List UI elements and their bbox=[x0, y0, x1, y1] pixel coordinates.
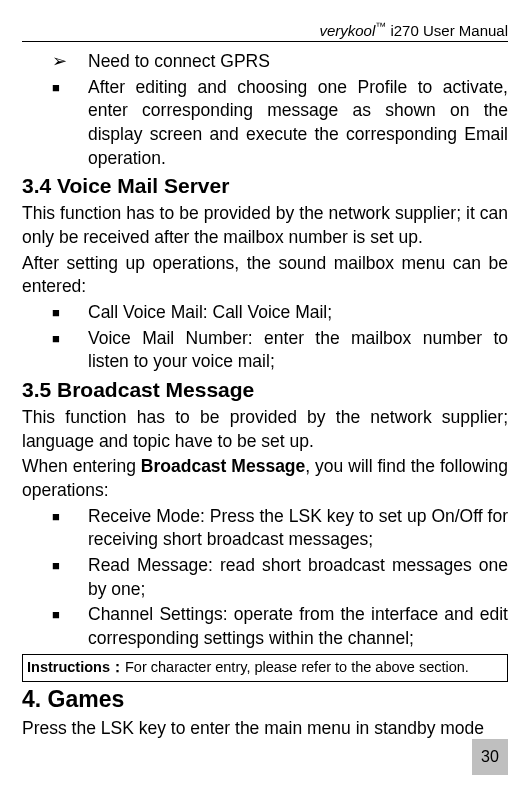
paragraph: When entering Broadcast Message, you wil… bbox=[22, 455, 508, 502]
bullet-text: Call Voice Mail: Call Voice Mail; bbox=[88, 301, 508, 325]
text-bold: Broadcast Message bbox=[141, 456, 305, 476]
list-item: ■ After editing and choosing one Profile… bbox=[22, 76, 508, 171]
square-icon: ■ bbox=[52, 554, 88, 601]
section-heading-34: 3.4 Voice Mail Server bbox=[22, 172, 508, 200]
square-icon: ■ bbox=[52, 327, 88, 374]
instructions-label: Instructions： bbox=[27, 659, 125, 675]
list-item: ■ Call Voice Mail: Call Voice Mail; bbox=[22, 301, 508, 325]
model-text: i270 User Manual bbox=[386, 22, 508, 39]
list-item: ➢ Need to connect GPRS bbox=[22, 50, 508, 74]
page-number-value: 30 bbox=[481, 748, 499, 766]
bullet-text: Need to connect GPRS bbox=[88, 50, 508, 74]
paragraph: After setting up operations, the sound m… bbox=[22, 252, 508, 299]
arrow-icon: ➢ bbox=[52, 50, 88, 74]
bullet-text: Read Message: read short broadcast messa… bbox=[88, 554, 508, 601]
list-item: ■ Voice Mail Number: enter the mailbox n… bbox=[22, 327, 508, 374]
list-item: ■ Receive Mode: Press the LSK key to set… bbox=[22, 505, 508, 552]
instructions-text: For character entry, please refer to the… bbox=[125, 659, 469, 675]
bullet-text: After editing and choosing one Profile t… bbox=[88, 76, 508, 171]
page-header: verykool™ i270 User Manual bbox=[22, 20, 508, 42]
square-icon: ■ bbox=[52, 76, 88, 171]
section-heading-35: 3.5 Broadcast Message bbox=[22, 376, 508, 404]
bullet-text: Channel Settings: operate from the inter… bbox=[88, 603, 508, 650]
list-item: ■ Channel Settings: operate from the int… bbox=[22, 603, 508, 650]
paragraph: Press the LSK key to enter the main menu… bbox=[22, 717, 508, 741]
trademark: ™ bbox=[375, 20, 386, 32]
square-icon: ■ bbox=[52, 603, 88, 650]
square-icon: ■ bbox=[52, 505, 88, 552]
brand-name: verykool bbox=[319, 22, 375, 39]
page-number: 30 bbox=[472, 739, 508, 775]
text-pre: When entering bbox=[22, 456, 141, 476]
square-icon: ■ bbox=[52, 301, 88, 325]
bullet-text: Receive Mode: Press the LSK key to set u… bbox=[88, 505, 508, 552]
paragraph: This function has to be provided by the … bbox=[22, 406, 508, 453]
section-heading-4: 4. Games bbox=[22, 684, 508, 715]
list-item: ■ Read Message: read short broadcast mes… bbox=[22, 554, 508, 601]
paragraph: This function has to be provided by the … bbox=[22, 202, 508, 249]
instructions-box: Instructions：For character entry, please… bbox=[22, 654, 508, 682]
page-content: ➢ Need to connect GPRS ■ After editing a… bbox=[22, 50, 508, 741]
bullet-text: Voice Mail Number: enter the mailbox num… bbox=[88, 327, 508, 374]
